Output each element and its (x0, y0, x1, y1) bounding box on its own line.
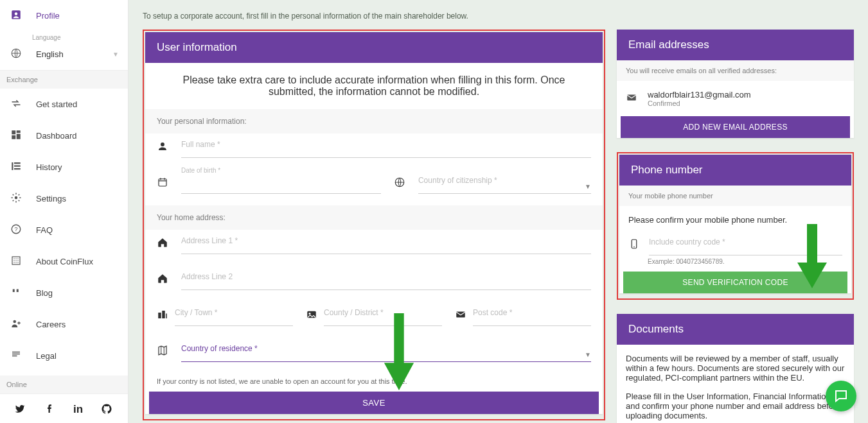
sidebar-item-history[interactable]: History (0, 151, 128, 183)
save-button[interactable]: SAVE (149, 392, 599, 414)
svg-point-27 (633, 246, 635, 248)
list-icon (10, 160, 22, 174)
svg-rect-20 (162, 311, 165, 318)
mail-icon (626, 92, 637, 105)
quote-icon (10, 286, 22, 300)
svg-rect-19 (158, 313, 161, 318)
nav-label: About CoinFlux (36, 257, 93, 266)
nav-label: Dashboard (36, 131, 77, 141)
card-email-addresses: Email addresses You will receive emails … (617, 30, 854, 138)
full-name-input[interactable] (181, 140, 591, 158)
mail-icon (455, 309, 466, 326)
calendar-icon (157, 177, 168, 194)
field-address1: Address Line 1 (181, 236, 591, 254)
svg-rect-3 (12, 130, 15, 134)
main-content: To setup a corporate account, first fill… (128, 0, 868, 423)
building-icon (10, 255, 22, 268)
phone-icon (628, 238, 640, 255)
twitter-icon[interactable] (14, 403, 26, 418)
svg-rect-10 (14, 168, 21, 169)
svg-rect-5 (17, 134, 21, 139)
dob-input[interactable] (181, 176, 381, 194)
send-verification-button[interactable]: SEND VERIFICATION CODE (623, 272, 847, 293)
card-header-phone: Phone number (619, 155, 851, 186)
city-icon (157, 309, 168, 326)
card-user-information: User information Please take extra care … (145, 32, 603, 414)
sidebar-item-blog[interactable]: Blog (0, 277, 128, 309)
email-entry: waldorfblair131@gmail.com Confirmed (617, 81, 854, 116)
sidebar-item-settings[interactable]: Settings (0, 183, 128, 214)
svg-rect-6 (12, 135, 15, 139)
sidebar-item-get-started[interactable]: Get started (0, 89, 128, 120)
person-box-icon (10, 9, 22, 22)
gear-icon (10, 192, 22, 205)
linkedin-icon[interactable]: in (73, 403, 83, 418)
svg-text:?: ? (14, 226, 17, 232)
svg-rect-21 (166, 314, 167, 319)
legal-icon (10, 349, 22, 363)
sidebar-language-select[interactable]: English ▼ (0, 44, 128, 71)
add-email-button[interactable]: ADD NEW EMAIL ADDRESS (621, 116, 850, 138)
field-address2: Address Line 2 (181, 272, 591, 290)
field-dob: Date of birth (181, 176, 381, 194)
github-icon[interactable] (101, 403, 112, 418)
sidebar-item-careers[interactable]: Careers (0, 309, 128, 340)
svg-rect-4 (17, 130, 21, 133)
svg-point-11 (15, 196, 18, 200)
swap-icon (10, 98, 22, 111)
globe-icon (394, 177, 405, 194)
phone-body-text: Please confirm your mobile phone number. (619, 206, 851, 234)
card-header-documents: Documents (617, 314, 854, 345)
svg-rect-25 (627, 95, 636, 101)
svg-point-15 (13, 320, 17, 324)
card-note: Please take extra care to include accura… (145, 63, 603, 109)
documents-p2: Please fill in the User Information, Fin… (617, 392, 854, 423)
residence-select[interactable] (181, 344, 591, 362)
facebook-icon[interactable] (44, 403, 55, 418)
nav-label: Get started (36, 99, 77, 109)
section-home-address: Your home address: (145, 205, 603, 230)
help-icon: ? (10, 223, 22, 237)
globe-icon (10, 47, 22, 61)
sidebar-item-about[interactable]: About CoinFlux (0, 246, 128, 277)
dashboard-icon (10, 129, 22, 142)
svg-rect-7 (12, 162, 13, 170)
postcode-input[interactable] (473, 308, 591, 326)
sidebar-item-profile[interactable]: Profile (0, 0, 128, 31)
sidebar: Profile Language English ▼ Exchange Get … (0, 0, 128, 423)
phone-input[interactable] (649, 237, 842, 255)
citizenship-select[interactable] (418, 176, 591, 194)
setup-instruction: To setup a corporate account, first fill… (143, 0, 854, 30)
section-personal-info: Your personal information: (145, 109, 603, 134)
nav-label: FAQ (36, 225, 53, 235)
svg-point-1 (15, 12, 18, 15)
image-icon (306, 309, 317, 326)
svg-point-23 (309, 313, 311, 315)
address1-input[interactable] (181, 236, 591, 254)
sidebar-item-legal[interactable]: Legal (0, 340, 128, 372)
nav-label: Legal (36, 351, 57, 361)
email-status: Confirmed (648, 99, 751, 107)
sidebar-section-exchange: Exchange (0, 71, 128, 89)
svg-rect-17 (159, 179, 166, 186)
nav-label: Blog (36, 288, 53, 298)
chevron-down-icon: ▼ (585, 351, 591, 358)
svg-point-16 (161, 142, 164, 146)
card-phone-number: Phone number Your mobile phone number Pl… (619, 155, 851, 293)
field-full-name: Full name (181, 140, 591, 158)
sidebar-item-dashboard[interactable]: Dashboard (0, 120, 128, 151)
highlight-user-info: User information Please take extra care … (143, 30, 605, 420)
email-note: You will receive emails on all verified … (617, 60, 854, 81)
sidebar-language-caption: Language (0, 31, 128, 44)
address2-input[interactable] (181, 272, 591, 290)
field-citizenship: Country of citizenship ▼ (418, 176, 591, 194)
sidebar-item-faq[interactable]: ? FAQ (0, 214, 128, 246)
city-input[interactable] (175, 308, 293, 326)
county-input[interactable] (324, 308, 442, 326)
svg-rect-9 (14, 166, 21, 167)
card-header-email: Email addresses (617, 30, 854, 60)
field-residence: Country of residence ▼ (181, 344, 591, 362)
chat-fab[interactable] (826, 381, 856, 411)
phone-note: Your mobile phone number (619, 186, 851, 206)
phone-example: Example: 0040723456789. (619, 257, 851, 272)
